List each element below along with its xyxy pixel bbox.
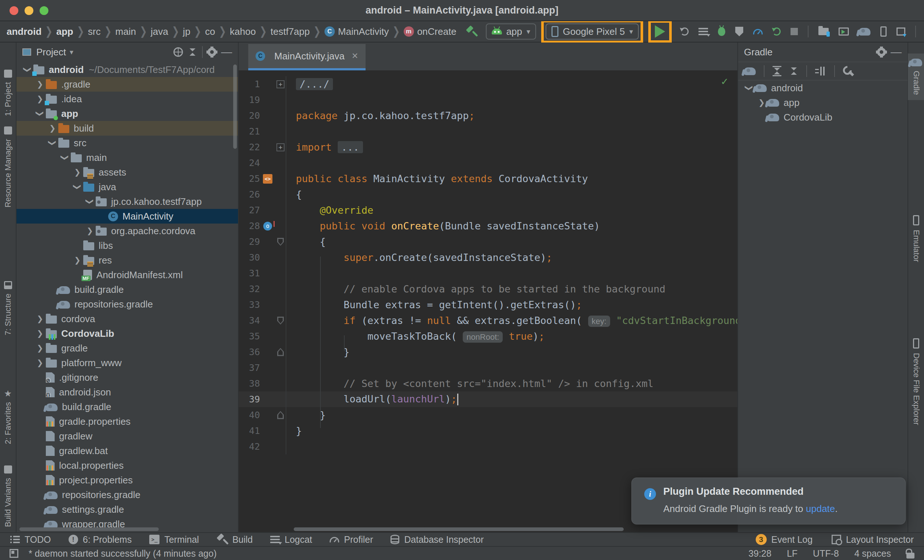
fold-end-icon[interactable] [277,348,284,356]
chevron-right-icon[interactable]: ❯ [34,94,46,103]
project-vertical-scrollbar[interactable] [233,64,237,149]
code-line-40[interactable]: 40 } [239,407,737,423]
breadcrumb-item-testf7app[interactable]: testf7app [271,26,310,37]
code-line-31[interactable]: 31 [239,265,737,281]
editor-horizontal-scrollbar[interactable] [294,527,624,531]
debug-icon[interactable] [718,27,725,36]
code-line-39[interactable]: 39 loadUrl(launchUrl); [239,391,737,407]
profiler-sessions-icon[interactable] [699,28,708,35]
zoom-window-button[interactable] [40,6,48,15]
chevron-right-icon[interactable]: ❯ [72,256,83,265]
toolwindow-button-profiler[interactable]: Profiler [330,534,373,545]
tree-item--gradle[interactable]: ❯.gradle [16,77,238,91]
fold-collapse-icon[interactable] [277,317,284,325]
gradle-settings-icon[interactable] [843,66,853,76]
toolwindow-button-6-problems[interactable]: !6: Problems [69,534,132,545]
code-line-19[interactable]: 19 [239,92,737,108]
toolwindow-button-database-inspector[interactable]: Database Inspector [390,534,484,545]
indent-setting[interactable]: 4 spaces [854,548,891,559]
breadcrumb-item-co[interactable]: co [205,26,215,37]
tree-item-org-apache-cordova[interactable]: ❯org.apache.cordova [16,223,238,238]
status-message[interactable]: * daemon started successfully (4 minutes… [28,548,217,559]
fold-expand-icon[interactable]: + [276,80,285,88]
apply-changes-restart-icon[interactable] [681,27,688,36]
gradle-sync-icon[interactable] [859,28,870,36]
execute-gradle-task-icon[interactable] [815,67,826,75]
tree-item-build[interactable]: ❯build [16,121,238,136]
chevron-down-icon[interactable]: ❯ [86,196,94,207]
line-ending[interactable]: LF [787,548,798,559]
chevron-right-icon[interactable]: ❯ [34,314,46,323]
code-line-36[interactable]: 36 } [239,344,737,360]
tree-item-android[interactable]: ❯android~/Documents/TestF7App/cord [16,62,238,77]
gradle-refresh-icon[interactable] [744,67,756,75]
chevron-right-icon[interactable]: ❯ [34,80,46,89]
breadcrumb-item-java[interactable]: java [151,26,168,37]
code-line-30[interactable]: 30 super.onCreate(savedInstanceState); [239,250,737,265]
chevron-down-icon[interactable]: ❯ [36,108,44,120]
chevron-down-icon[interactable]: ❯ [48,137,57,149]
code-line-25[interactable]: 25<>public class MainActivity extends Co… [239,171,737,187]
fold-collapse-icon[interactable] [277,238,284,246]
chevron-right-icon[interactable]: ❯ [34,358,46,367]
tree-item-gradle-properties[interactable]: gradle.properties [16,414,238,429]
tree-item-jp-co-kahoo-testf7app[interactable]: ❯jp.co.kahoo.testf7app [16,194,238,209]
tree-item-repositories-gradle[interactable]: repositories.gradle [16,297,238,311]
code-line-41[interactable]: 41} [239,423,737,439]
code-line-27[interactable]: 27 @Override [239,202,737,218]
chevron-down-icon[interactable]: ❯ [745,82,753,94]
update-link[interactable]: update [806,503,835,514]
gradle-item-android[interactable]: ❯android [738,81,908,95]
breadcrumb-item-main[interactable]: main [116,26,136,37]
gear-icon[interactable] [208,48,216,56]
chevron-right-icon[interactable]: ❯ [46,124,58,133]
breadcrumb-item-mainactivity[interactable]: CMainActivity [324,26,389,37]
toolwindow-button-build[interactable]: Build [217,534,253,545]
tree-item-repositories-gradle[interactable]: repositories.gradle [16,487,238,502]
attach-debugger-icon[interactable] [735,27,743,36]
chevron-right-icon[interactable]: ❯ [34,344,46,353]
code-line-24[interactable]: 24 [239,155,737,171]
code-line-21[interactable]: 21 [239,124,737,139]
chevron-down-icon[interactable]: ❯ [73,181,82,193]
close-window-button[interactable] [9,6,18,15]
stripe-button-emulator[interactable]: Emulator [912,210,921,267]
breadcrumb-item-oncreate[interactable]: monCreate [404,26,456,37]
tree-item-build-gradle[interactable]: build.gradle [16,282,238,297]
breadcrumb-item-app[interactable]: app [56,26,73,37]
code-line-29[interactable]: 29 { [239,234,737,250]
toolwindow-button-terminal[interactable]: >_Terminal [149,534,199,545]
tree-item-gradlew[interactable]: gradlew [16,429,238,443]
file-encoding[interactable]: UTF-8 [813,548,839,559]
tree-item-libs[interactable]: libs [16,238,238,253]
stripe-button-device-file-explorer[interactable]: Device File Explorer [912,333,921,430]
gear-icon[interactable] [878,48,885,56]
project-horizontal-scrollbar[interactable] [20,527,159,531]
tree-item-project-properties[interactable]: project.properties [16,473,238,487]
tree-item-gradle[interactable]: ❯gradle [16,341,238,355]
sdk-manager-icon[interactable] [897,27,905,36]
stripe-button-build-variants[interactable]: Build Variants [3,460,13,532]
stripe-button-7-structure[interactable]: 7: Structure [3,276,13,340]
code-line-38[interactable]: 38 // Set by <content src="index.html" /… [239,376,737,391]
toolwindow-button-layout-inspector[interactable]: Layout Inspector [832,534,914,545]
toolwindow-button-event-log[interactable]: 3Event Log [756,534,813,545]
stripe-button-2-favorites[interactable]: ★2: Favorites [3,385,13,449]
collapse-all-icon[interactable] [188,48,197,57]
run-configuration-selector[interactable]: app ▾ [486,24,536,40]
hide-panel-icon[interactable]: — [221,48,232,56]
toolwindow-button-logcat[interactable]: Logcat [270,534,312,545]
toolwindow-button-todo[interactable]: TODO [10,534,51,545]
code-line-22[interactable]: 22+import ... [239,139,737,155]
chevron-right-icon[interactable]: ❯ [84,226,96,235]
tree-item-src[interactable]: ❯src [16,136,238,150]
tree-item-cordova[interactable]: ❯cordova [16,311,238,326]
stripe-button-resource-manager[interactable]: Resource Manager [3,121,13,213]
editor-tab-mainactivity[interactable]: C MainActivity.java ✕ [248,44,366,70]
code-line-20[interactable]: 20package jp.co.kahoo.testf7app; [239,108,737,124]
chevron-down-icon[interactable]: ❯ [23,64,32,75]
tree-item-java[interactable]: ❯java [16,180,238,194]
tree-item-android-json[interactable]: {}android.json [16,385,238,400]
tree-item-assets[interactable]: ❯assets [16,165,238,180]
tree-item-mainactivity[interactable]: CMainActivity [16,209,238,223]
